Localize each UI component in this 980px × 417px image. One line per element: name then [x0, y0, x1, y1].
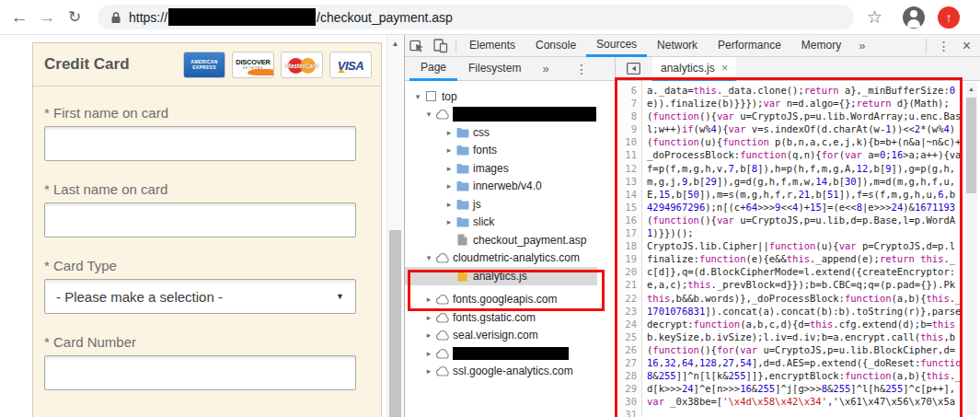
line-number[interactable]: 18: [616, 240, 641, 253]
collapsed-arrow-icon[interactable]: ▸: [444, 181, 455, 191]
back-icon[interactable]: ←: [6, 7, 33, 28]
tree-item-seal.verisign.com[interactable]: ▸seal.verisign.com: [405, 327, 615, 345]
line-number[interactable]: 24: [616, 319, 641, 331]
collapsed-arrow-icon[interactable]: ▸: [444, 217, 455, 226]
line-number[interactable]: 28: [616, 370, 641, 383]
line-number[interactable]: 13: [616, 176, 641, 189]
navigator-more-tabs-icon[interactable]: »: [535, 62, 556, 75]
extension-icon[interactable]: ↑: [938, 6, 960, 29]
first-name-field[interactable]: [44, 126, 356, 161]
card-number-field[interactable]: [44, 355, 356, 390]
line-number[interactable]: 21: [616, 279, 641, 292]
line-number[interactable]: 23: [616, 306, 641, 319]
tree-item-images[interactable]: ▸images: [405, 159, 615, 178]
forward-icon[interactable]: →: [33, 7, 61, 28]
profile-avatar-icon[interactable]: [903, 6, 925, 29]
expanded-arrow-icon[interactable]: ▾: [412, 92, 423, 101]
tree-item-js[interactable]: ▸js: [405, 195, 615, 214]
tree-item-analytics.js[interactable]: analytics.js: [405, 267, 597, 285]
select-arrow-icon: ▼: [336, 292, 344, 301]
editor-tab-analytics-js[interactable]: analytics.js ×: [652, 57, 736, 81]
tree-item-label: fonts: [473, 144, 497, 156]
line-number[interactable]: 27: [616, 357, 641, 370]
line-number[interactable]: 12: [616, 163, 641, 176]
collapsed-arrow-icon[interactable]: ▸: [444, 128, 455, 137]
inspect-element-icon[interactable]: [405, 35, 429, 57]
tree-item-checkout-payment.asp[interactable]: checkout_payment.asp: [405, 231, 615, 249]
line-number[interactable]: 8: [616, 110, 641, 123]
editor-scrollbar-thumb[interactable]: [966, 98, 976, 193]
devtools-toolbar: ElementsConsoleSourcesNetworkPerformance…: [405, 35, 980, 57]
line-number[interactable]: 6: [616, 85, 641, 98]
tab-console[interactable]: Console: [525, 35, 586, 57]
collapsed-arrow-icon[interactable]: ▸: [444, 164, 455, 173]
tab-memory[interactable]: Memory: [791, 35, 851, 57]
line-number[interactable]: 10: [616, 136, 641, 149]
cloud-icon: [434, 109, 450, 120]
line-number[interactable]: 17: [616, 227, 641, 240]
card-type-select[interactable]: - Please make a selection -▼: [44, 279, 356, 314]
editor-scroll-up-icon[interactable]: ▲: [965, 83, 977, 92]
page-scrollbar[interactable]: ▲: [386, 35, 403, 417]
collapsed-arrow-icon[interactable]: ▸: [423, 366, 434, 376]
collapsed-arrow-icon[interactable]: ▸: [444, 200, 455, 209]
collapsed-arrow-icon[interactable]: ▸: [423, 295, 434, 304]
tree-item-cloudmetric-analytics.com[interactable]: ▾cloudmetric-analytics.com: [405, 249, 615, 268]
line-number[interactable]: 11: [616, 149, 641, 162]
navigator-tab-page[interactable]: Page: [409, 57, 457, 81]
tree-item-fonts[interactable]: ▸fonts: [405, 142, 615, 160]
tab-sources[interactable]: Sources: [586, 35, 647, 57]
line-number[interactable]: 29: [616, 383, 641, 396]
line-number[interactable]: 16: [616, 214, 641, 227]
tab-network[interactable]: Network: [647, 35, 708, 57]
tree-item-innerweb-v4.0[interactable]: ▸innerweb/v4.0: [405, 178, 615, 196]
line-number[interactable]: 7: [616, 98, 641, 110]
page-scrollbar-thumb[interactable]: [389, 230, 401, 417]
collapsed-arrow-icon[interactable]: ▸: [423, 330, 434, 340]
url-bar[interactable]: https:///checkout_payment.asp: [98, 5, 854, 29]
line-number[interactable]: 25: [616, 331, 641, 344]
line-number[interactable]: 22: [616, 293, 641, 306]
tree-item-fonts.googleapis.com[interactable]: ▸fonts.googleapis.com: [405, 291, 615, 309]
devtools-menu-icon[interactable]: ⋮: [929, 39, 959, 53]
code-line: a._data=this._data.clone();return a},_mi…: [647, 85, 965, 98]
line-number[interactable]: 9: [616, 123, 641, 136]
editor-scrollbar[interactable]: ▲: [965, 83, 977, 415]
tree-item-css[interactable]: ▸css: [405, 123, 615, 142]
tree-item-redacted[interactable]: ▸: [405, 344, 615, 363]
line-number[interactable]: 20: [616, 266, 641, 279]
collapsed-arrow-icon[interactable]: ▸: [423, 313, 434, 322]
code-line: 8&255]]^n[l[k&255]]},encryptBlock:functi…: [647, 370, 965, 383]
tab-close-icon[interactable]: ×: [721, 61, 729, 75]
line-number[interactable]: 26: [616, 344, 641, 357]
navigator-toggle-icon[interactable]: [627, 63, 640, 75]
tree-item-redacted[interactable]: ▾: [405, 106, 615, 124]
tree-item-fonts.gstatic.com[interactable]: ▸fonts.gstatic.com: [405, 308, 615, 327]
refresh-icon[interactable]: ↻: [61, 7, 88, 27]
collapsed-arrow-icon[interactable]: ▸: [444, 145, 455, 155]
line-number[interactable]: 31: [616, 409, 641, 417]
tab-performance[interactable]: Performance: [708, 35, 791, 57]
tab-elements[interactable]: Elements: [459, 35, 525, 57]
bookmark-star-icon[interactable]: ☆: [867, 6, 882, 28]
line-number[interactable]: 30: [616, 396, 641, 409]
line-number[interactable]: 19: [616, 253, 641, 266]
tree-item-slick[interactable]: ▸slick: [405, 214, 615, 232]
devtools-close-icon[interactable]: ×: [959, 38, 980, 54]
tree-item-top[interactable]: ▾top: [405, 87, 615, 106]
navigator-menu-icon[interactable]: ⋮: [567, 62, 596, 76]
last-name-field[interactable]: [44, 203, 356, 237]
frame-icon: [423, 91, 439, 101]
tree-item-ssl.google-analytics.com[interactable]: ▸ssl.google-analytics.com: [405, 363, 615, 381]
scroll-up-icon[interactable]: ▲: [387, 35, 403, 48]
more-tabs-icon[interactable]: »: [851, 39, 872, 52]
collapsed-arrow-icon[interactable]: ▸: [423, 349, 434, 358]
device-toolbar-icon[interactable]: [429, 35, 453, 57]
expanded-arrow-icon[interactable]: ▾: [423, 110, 434, 119]
navigator-tab-filesystem[interactable]: Filesystem: [457, 57, 532, 81]
expanded-arrow-icon[interactable]: ▾: [423, 253, 434, 262]
line-number[interactable]: 15: [616, 202, 641, 214]
line-number[interactable]: 14: [616, 189, 641, 202]
credit-card-panel: Credit Card AMERICANEXPRESSDISCOVERNETWO…: [32, 42, 382, 417]
url-text: https:///checkout_payment.asp: [129, 8, 453, 26]
